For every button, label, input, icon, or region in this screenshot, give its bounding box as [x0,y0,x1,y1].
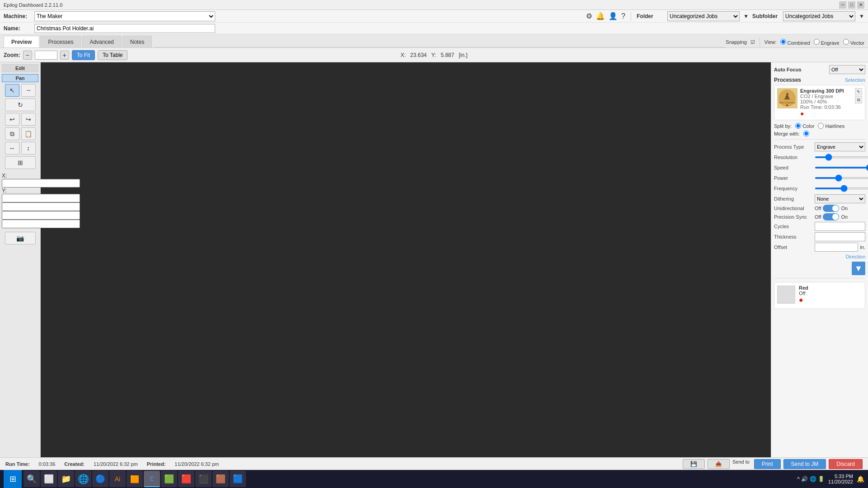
taskbar-icons: 🔍 ⬜ 📁 🌐 🔵 Ai 🟧 E 🟩 🟥 ⬛ 🟫 🟦 [24,471,795,487]
unidirectional-toggle[interactable] [823,205,839,212]
subfolder-select[interactable]: Uncategorized Jobs [783,11,855,21]
undo-tool[interactable]: ↩ [5,113,19,126]
frequency-slider[interactable] [815,188,868,189]
taskbar: ⊞ 🔍 ⬜ 📁 🌐 🔵 Ai 🟧 E 🟩 🟥 ⬛ 🟫 🟦 ^ 🔊 🌐 🔋 5:3… [0,470,868,488]
send-to-jm-button[interactable]: Send to JM [783,459,826,469]
copy-tool[interactable]: ⧉ [5,127,19,140]
notification-icon[interactable]: 🔔 [596,12,605,20]
view-vector-radio[interactable] [843,39,849,45]
discard-button[interactable]: Discard [829,459,863,469]
cycles-input[interactable]: 1 [815,222,865,231]
main-area: Edit Pan ↖ ╌ ↻ ↩ ↪ ⧉ 📋 ↔ ↕ ⊞ X: 12.018 Y… [0,62,868,457]
start-button[interactable]: ⊞ [4,470,22,488]
folder-label: Folder [637,13,664,19]
view-engrave-radio[interactable] [814,39,820,45]
folder-dropdown-arrow[interactable]: ▼ [743,13,749,19]
gear-icon[interactable]: ⚙ [586,12,592,20]
send-button[interactable]: 📤 [708,459,730,469]
to-table-button[interactable]: To Table [98,50,127,60]
epilog-icon[interactable]: E [144,471,160,487]
app2-icon[interactable]: 🟧 [127,471,143,487]
precision-sync-toggle[interactable] [823,213,839,221]
tab-processes[interactable]: Processes [40,36,81,47]
line-tool[interactable]: ╌ [21,84,36,97]
app5-icon[interactable]: ⬛ [195,471,212,487]
tool-row-3: ⧉ 📋 [5,127,36,140]
view-combined-radio[interactable] [780,39,786,45]
auto-focus-row: Auto Focus Off On [774,65,865,74]
process-copy-icon[interactable]: ⧉ [855,96,862,103]
tab-advanced[interactable]: Advanced [82,36,121,47]
window-controls[interactable]: ─ □ ✕ [839,1,864,9]
color-red-dot: ● [799,296,803,304]
maximize-button[interactable]: □ [848,1,855,9]
merge-with-radio[interactable] [803,131,809,136]
camera-tool[interactable]: 📷 [5,232,36,244]
print-button[interactable]: Print [754,459,781,469]
pan-button[interactable]: Pan [2,74,38,82]
edit-button[interactable]: Edit [2,64,38,72]
redo-tool[interactable]: ↪ [21,113,36,126]
selection-label[interactable]: Selection [845,77,865,83]
color-info: Red Off ● [799,285,808,304]
dithering-value: None Floyd-Steinberg Jarvis [815,194,865,203]
illustrator-icon[interactable]: Ai [109,471,126,487]
close-button[interactable]: ✕ [857,1,864,9]
process-type-detail: CO2 / Engrave [800,94,852,99]
grid-tool[interactable]: ⊞ [5,156,36,169]
zoom-value-input[interactable]: 0.610 [35,51,57,60]
offset-value: 0 in. [815,243,865,252]
name-input[interactable] [34,24,215,33]
task-view-icon[interactable]: ⬜ [41,471,57,487]
save-to-folder-button[interactable]: 💾 [683,459,705,469]
split-hairlines-radio[interactable] [818,123,824,129]
svg-point-33 [786,104,788,106]
run-time-value: 0:03:36 [39,461,56,467]
app6-icon[interactable]: 🟫 [212,471,229,487]
process-type-select[interactable]: Engrave Cut [815,142,865,151]
process-edit-icon[interactable]: ✎ [855,88,862,95]
subfolder-dropdown-arrow[interactable]: ▼ [859,13,864,19]
auto-focus-select[interactable]: Off On [829,65,865,74]
app3-icon[interactable]: 🟩 [161,471,177,487]
folder-select[interactable]: Uncategorized Jobs [667,11,740,21]
view-engrave-label: Engrave [814,39,840,46]
offset-input[interactable]: 0 [815,243,858,252]
zoom-minus-button[interactable]: − [23,51,32,60]
mirror-v-tool[interactable]: ↕ [21,142,36,155]
thickness-input[interactable]: 0 [815,232,865,241]
paste-tool[interactable]: 📋 [21,127,36,140]
notifications-icon[interactable]: 🔔 [857,475,864,483]
app7-icon[interactable]: 🟦 [230,471,246,487]
rotate-tool[interactable]: ↻ [5,99,36,111]
clock[interactable]: 5:33 PM 11/20/2022 [828,474,853,484]
search-taskbar-icon[interactable]: 🔍 [24,471,40,487]
tab-notes[interactable]: Notes [123,36,152,47]
dithering-select[interactable]: None Floyd-Steinberg Jarvis [815,194,865,203]
zoom-plus-button[interactable]: + [60,51,69,60]
edge-icon[interactable]: 🌐 [75,471,91,487]
power-slider[interactable] [815,177,868,179]
help-icon[interactable]: ? [621,12,625,20]
resolution-slider[interactable] [815,156,868,158]
split-color-radio[interactable] [795,123,801,129]
chrome-icon[interactable]: 🔵 [92,471,108,487]
direction-label[interactable]: Direction [846,254,865,259]
select-tool[interactable]: ↖ [5,84,19,97]
process-type-row: Process Type Engrave Cut [774,142,865,151]
folder-area: ⚙ 🔔 👤 ? Folder Uncategorized Jobs ▼ Subf… [586,11,864,21]
user-icon[interactable]: 👤 [609,12,618,20]
snapping-toggle[interactable]: ☑ [750,39,755,45]
direction-down-button[interactable]: ▼ [852,262,865,275]
to-fit-button[interactable]: To Fit [72,50,95,60]
system-tray-icons[interactable]: ^ 🔊 🌐 🔋 [797,476,825,482]
machine-select[interactable]: The Maker [34,11,215,21]
speed-slider[interactable] [815,167,868,169]
tab-preview[interactable]: Preview [4,36,39,47]
created-value: 11/20/2022 6:32 pm [94,461,138,467]
mirror-h-tool[interactable]: ↔ [5,142,19,155]
file-explorer-icon[interactable]: 📁 [58,471,74,487]
y-input-label: Y: [2,188,7,194]
minimize-button[interactable]: ─ [839,1,846,9]
app4-icon[interactable]: 🟥 [178,471,194,487]
